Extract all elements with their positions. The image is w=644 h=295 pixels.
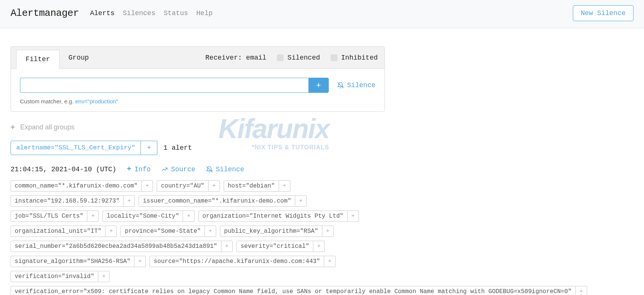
label-add-button[interactable]: + xyxy=(322,226,334,237)
label-chip: issuer_common_name="*.kifarunix-demo.com… xyxy=(139,195,307,207)
label-add-button[interactable]: + xyxy=(183,210,194,222)
bell-off-icon xyxy=(337,82,344,89)
label-chip: organizational_unit="IT"+ xyxy=(11,226,117,237)
label-text[interactable]: issuer_common_name="*.kifarunix-demo.com… xyxy=(139,195,295,207)
label-text[interactable]: verification_error="x509: certificate re… xyxy=(11,286,576,295)
labels-wrap: common_name="*.kifarunix-demo.com"+count… xyxy=(11,180,385,295)
helper-example[interactable]: env="production" xyxy=(75,98,118,104)
label-add-button[interactable]: + xyxy=(87,210,99,222)
label-add-button[interactable]: + xyxy=(134,256,146,267)
helper-prefix: Custom matcher, e.g. xyxy=(20,98,74,104)
label-add-button[interactable]: + xyxy=(348,210,359,222)
bell-off-icon xyxy=(206,166,213,173)
alert-silence-link[interactable]: Silence xyxy=(206,166,244,173)
filter-card-tabs: Filter Group Receiver: email Silenced In… xyxy=(11,47,385,69)
label-add-button[interactable]: + xyxy=(105,226,117,237)
label-add-button[interactable]: + xyxy=(295,195,307,207)
label-chip: signature_algorithm="SHA256-RSA"+ xyxy=(11,256,146,267)
tab-group[interactable]: Group xyxy=(60,49,98,67)
label-add-button[interactable]: + xyxy=(221,241,233,252)
label-add-button[interactable]: + xyxy=(142,180,153,192)
label-chip: common_name="*.kifarunix-demo.com"+ xyxy=(11,180,153,192)
label-text[interactable]: province="Some-State" xyxy=(121,226,205,237)
label-add-button[interactable]: + xyxy=(279,180,290,192)
expand-label: Expand all groups xyxy=(20,123,75,131)
filter-card-body: + Silence Custom matcher, e.g. env="prod… xyxy=(11,69,385,111)
label-text[interactable]: public_key_algorithm="RSA" xyxy=(220,226,322,237)
label-chip: instance="192.168.59.12:9273"+ xyxy=(11,195,135,207)
alert-info-link[interactable]: + Info xyxy=(127,165,151,174)
filter-card: Filter Group Receiver: email Silenced In… xyxy=(11,46,385,112)
nav-link-alerts[interactable]: Alerts xyxy=(90,9,114,17)
inhibited-toggle[interactable]: Inhibited xyxy=(331,54,378,61)
label-text[interactable]: signature_algorithm="SHA256-RSA" xyxy=(11,256,134,267)
brand[interactable]: Alertmanager xyxy=(11,8,79,19)
label-text[interactable]: instance="192.168.59.12:9273" xyxy=(11,195,124,207)
label-add-button[interactable]: + xyxy=(98,271,110,282)
label-add-button[interactable]: + xyxy=(576,286,587,295)
label-text[interactable]: serial_number="2a6b5d620ecbea2ad34a5899a… xyxy=(11,241,221,252)
alert-group-row: alertname="SSL_TLS_Cert_Expiry" + 1 aler… xyxy=(11,141,385,155)
silence-link-label: Silence xyxy=(347,81,375,89)
label-chip: job="SSL/TLS Certs"+ xyxy=(11,210,99,222)
alert-count: 1 alert xyxy=(163,144,192,152)
plus-icon: + xyxy=(127,165,131,174)
label-add-button[interactable]: + xyxy=(324,256,336,267)
new-silence-button[interactable]: New Silence xyxy=(573,5,633,21)
navbar: Alertmanager AlertsSilencesStatusHelp Ne… xyxy=(0,0,644,28)
receiver-value: email xyxy=(246,54,266,61)
nav-link-status[interactable]: Status xyxy=(163,9,188,17)
label-chip: serial_number="2a6b5d620ecbea2ad34a5899a… xyxy=(11,241,233,252)
source-label: Source xyxy=(171,166,195,173)
label-chip: source="https://apache.kifarunix-demo.co… xyxy=(150,256,336,267)
group-matcher-add[interactable]: + xyxy=(141,141,157,155)
alert-timestamp: 21:04:15, 2021-04-10 (UTC) xyxy=(11,166,116,173)
label-chip: severity="critical"+ xyxy=(237,241,325,252)
label-chip: organization="Internet Widgits Pty Ltd"+ xyxy=(198,210,359,222)
label-text[interactable]: host="debian" xyxy=(224,180,279,192)
filter-input[interactable] xyxy=(20,78,308,93)
label-text[interactable]: source="https://apache.kifarunix-demo.co… xyxy=(150,256,324,267)
inhibited-label: Inhibited xyxy=(341,54,378,61)
label-text[interactable]: country="AU" xyxy=(157,180,208,192)
label-chip: public_key_algorithm="RSA"+ xyxy=(220,226,334,237)
checkbox-icon xyxy=(277,54,284,61)
expand-all-groups[interactable]: + Expand all groups xyxy=(11,123,385,132)
label-text[interactable]: severity="critical" xyxy=(237,241,313,252)
group-matcher-chip[interactable]: alertname="SSL_TLS_Cert_Expiry" xyxy=(11,141,141,155)
silenced-toggle[interactable]: Silenced xyxy=(277,54,320,61)
nav-links: AlertsSilencesStatusHelp xyxy=(90,9,573,17)
filter-helper: Custom matcher, e.g. env="production" xyxy=(20,98,375,104)
label-chip: province="Some-State"+ xyxy=(121,226,216,237)
receiver-label: Receiver: xyxy=(205,54,242,61)
alert-meta-row: 21:04:15, 2021-04-10 (UTC) + Info Source… xyxy=(11,165,385,174)
label-chip: country="AU"+ xyxy=(157,180,220,192)
info-label: Info xyxy=(134,166,151,173)
label-chip: locality="Some-City"+ xyxy=(102,210,194,222)
label-text[interactable]: job="SSL/TLS Certs" xyxy=(11,210,87,222)
label-text[interactable]: verification="invalid" xyxy=(11,271,98,282)
label-chip: verification="invalid"+ xyxy=(11,271,110,282)
filter-add-button[interactable]: + xyxy=(308,78,329,93)
label-add-button[interactable]: + xyxy=(124,195,135,207)
label-text[interactable]: locality="Some-City" xyxy=(102,210,183,222)
silence-link[interactable]: Silence xyxy=(337,78,375,93)
nav-link-help[interactable]: Help xyxy=(196,9,212,17)
label-add-button[interactable]: + xyxy=(313,241,325,252)
label-add-button[interactable]: + xyxy=(205,226,216,237)
label-text[interactable]: organizational_unit="IT" xyxy=(11,226,105,237)
silence-label: Silence xyxy=(216,166,244,173)
main-container: Filter Group Receiver: email Silenced In… xyxy=(0,28,395,295)
label-text[interactable]: common_name="*.kifarunix-demo.com" xyxy=(11,180,142,192)
label-chip: verification_error="x509: certificate re… xyxy=(11,286,587,295)
plus-icon: + xyxy=(11,123,15,132)
label-text[interactable]: organization="Internet Widgits Pty Ltd" xyxy=(198,210,348,222)
label-chip: host="debian"+ xyxy=(224,180,290,192)
label-add-button[interactable]: + xyxy=(209,180,220,192)
checkbox-icon xyxy=(331,54,337,61)
nav-link-silences[interactable]: Silences xyxy=(123,9,155,17)
tab-filter[interactable]: Filter xyxy=(16,50,60,69)
receiver-display: Receiver: email xyxy=(205,54,266,61)
alert-source-link[interactable]: Source xyxy=(161,166,195,173)
chart-icon xyxy=(161,166,168,173)
